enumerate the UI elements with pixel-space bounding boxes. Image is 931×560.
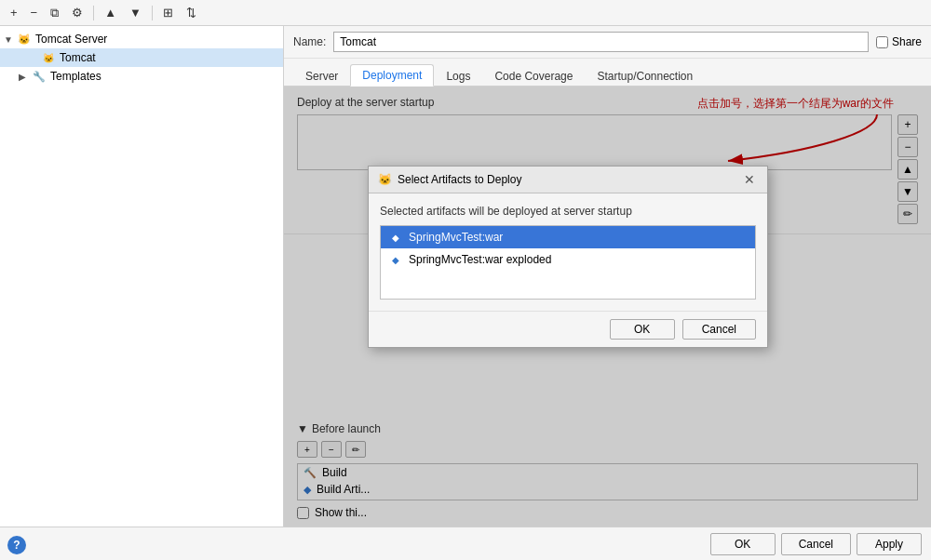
before-launch-edit-btn[interactable]: ✏ [345, 441, 366, 458]
artifact-exploded-label: SpringMvcTest:war exploded [409, 253, 551, 266]
toolbar-sort-btn[interactable]: ⇅ [182, 3, 201, 22]
before-launch-add-btn[interactable]: + [297, 441, 317, 458]
before-launch-header: ▼ Before launch [297, 422, 918, 435]
chevron-right-icon: ▶ [19, 72, 32, 82]
tree-item-tomcat[interactable]: 🐱 Tomcat [0, 48, 283, 67]
bottom-apply-btn[interactable]: Apply [857, 533, 922, 555]
artifact-list: ◆ SpringMvcTest:war ◆ SpringMvcTest:war … [380, 225, 756, 300]
tree-area: ▼ 🐱 Tomcat Server 🐱 Tomcat ▶ 🔧 Templates [0, 26, 283, 527]
tabs-bar: Server Deployment Logs Code Coverage Sta… [284, 59, 931, 87]
template-icon: 🔧 [32, 69, 47, 84]
share-checkbox[interactable] [876, 36, 888, 48]
deploy-table [297, 114, 892, 170]
artifact-exploded-icon: ◆ [388, 252, 403, 267]
chevron-down-icon: ▼ [4, 34, 17, 45]
right-panel: Name: Share Server Deployment Logs Code … [284, 26, 931, 527]
modal-title: Select Artifacts to Deploy [398, 173, 741, 186]
tree-label-templates: Templates [50, 70, 101, 83]
launch-item-build-label: Build [322, 466, 347, 479]
tab-startup-connection[interactable]: Startup/Connection [585, 65, 705, 87]
modal-close-btn[interactable]: ✕ [741, 171, 758, 188]
deploy-label: Deploy at the server startup [297, 96, 918, 109]
bottom-bar: ? OK Cancel Apply [0, 527, 931, 560]
modal-cancel-btn[interactable]: Cancel [682, 319, 756, 340]
toolbar-down-btn[interactable]: ▼ [125, 3, 146, 22]
tree-label-tomcat: Tomcat [60, 51, 96, 64]
show-this-label: Show thi... [315, 506, 367, 519]
bottom-cancel-btn[interactable]: Cancel [781, 533, 851, 555]
deploy-remove-btn[interactable]: − [897, 137, 918, 157]
show-this-checkbox[interactable] [297, 507, 309, 519]
toolbar-minus-btn[interactable]: − [26, 3, 43, 22]
share-row: Share [876, 35, 922, 48]
share-label: Share [892, 35, 922, 48]
launch-list: 🔨 Build ◆ Build Arti... [297, 463, 918, 500]
content-area: Deploy at the server startup + − ▲ ▼ ✏ [284, 87, 931, 527]
toolbar-add-btn[interactable]: + [6, 3, 22, 22]
tab-deployment[interactable]: Deployment [350, 64, 434, 87]
show-this-row: Show thi... [297, 506, 918, 519]
before-launch-remove-btn[interactable]: − [321, 441, 342, 458]
before-launch-section: ▼ Before launch + − ✏ 🔨 Build [284, 415, 931, 527]
modal-titlebar: 🐱 Select Artifacts to Deploy ✕ [369, 167, 767, 193]
bottom-ok-btn[interactable]: OK [710, 533, 776, 555]
before-launch-label: Before launch [312, 422, 381, 435]
toolbar-settings-btn[interactable]: ⚙ [67, 3, 88, 22]
server-icon: 🐱 [17, 32, 32, 47]
help-icon[interactable]: ? [7, 536, 26, 554]
name-row: Name: Share [284, 26, 931, 59]
artifact-war-icon: ◆ [388, 230, 403, 245]
tab-server[interactable]: Server [293, 65, 350, 87]
launch-item-artifact-label: Build Arti... [317, 483, 370, 496]
artifact-war-label: SpringMvcTest:war [409, 231, 503, 244]
modal-footer: OK Cancel [369, 311, 767, 347]
before-launch-controls: + − ✏ [297, 441, 918, 458]
side-buttons: + − ▲ ▼ ✏ [897, 114, 918, 224]
tab-code-coverage[interactable]: Code Coverage [482, 65, 585, 87]
help-icon-area: ? [7, 536, 26, 554]
tab-logs[interactable]: Logs [434, 65, 482, 87]
tomcat-icon: 🐱 [41, 50, 56, 65]
artifact-item-war-exploded[interactable]: ◆ SpringMvcTest:war exploded [381, 248, 755, 271]
modal-description: Selected artifacts will be deployed at s… [380, 205, 756, 218]
toolbar-sep-1 [93, 6, 94, 20]
tree-item-templates[interactable]: ▶ 🔧 Templates [0, 67, 283, 86]
modal-ok-btn[interactable]: OK [610, 319, 675, 340]
left-panel: ▼ 🐱 Tomcat Server 🐱 Tomcat ▶ 🔧 Templates [0, 26, 284, 527]
artifact-item-war[interactable]: ◆ SpringMvcTest:war [381, 226, 755, 248]
build-icon: 🔨 [304, 467, 317, 479]
deploy-edit-btn[interactable]: ✏ [897, 204, 918, 224]
tree-label-server-group: Tomcat Server [35, 33, 107, 46]
name-label: Name: [293, 35, 326, 48]
toolbar-sep-2 [152, 6, 153, 20]
launch-item-build[interactable]: 🔨 Build [298, 464, 917, 481]
before-launch-chevron: ▼ [297, 422, 308, 435]
modal-body: Selected artifacts will be deployed at s… [369, 193, 767, 311]
launch-item-artifact[interactable]: ◆ Build Arti... [298, 481, 917, 498]
toolbar-up-btn[interactable]: ▲ [100, 3, 121, 22]
artifact-icon: ◆ [304, 484, 311, 496]
deploy-up-btn[interactable]: ▲ [897, 159, 918, 180]
modal-dialog: 🐱 Select Artifacts to Deploy ✕ Selected … [368, 166, 768, 348]
toolbar-copy-btn[interactable]: ⧉ [46, 3, 63, 23]
toolbar: + − ⧉ ⚙ ▲ ▼ ⊞ ⇅ [0, 0, 931, 26]
name-input[interactable] [333, 32, 869, 52]
deploy-down-btn[interactable]: ▼ [897, 181, 918, 202]
tree-item-server-group[interactable]: ▼ 🐱 Tomcat Server [0, 30, 283, 48]
toolbar-grid-btn[interactable]: ⊞ [158, 3, 178, 22]
deploy-add-btn[interactable]: + [897, 114, 918, 135]
modal-title-icon: 🐱 [378, 173, 392, 186]
